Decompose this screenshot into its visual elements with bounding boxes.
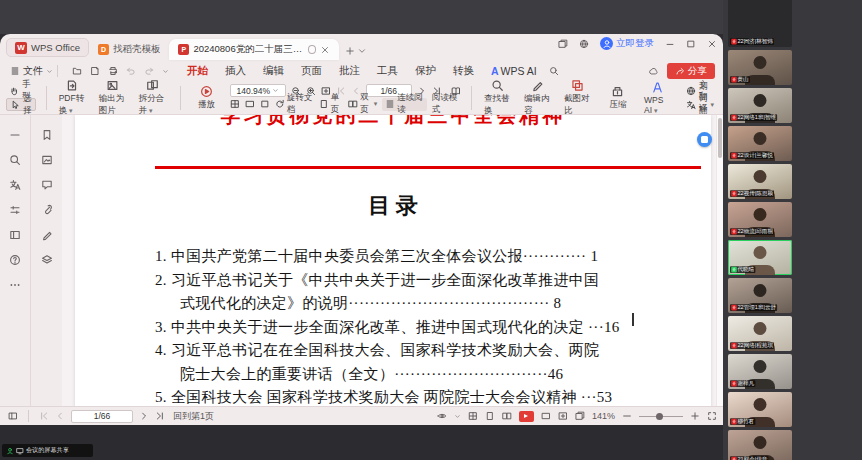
search-menu-icon[interactable]	[549, 66, 559, 76]
print-icon[interactable]	[108, 66, 118, 76]
close-window-icon[interactable]	[707, 39, 717, 49]
multi-view-icon[interactable]	[575, 411, 585, 421]
eye-protect-icon[interactable]	[437, 411, 447, 421]
attachment-icon[interactable]	[41, 204, 53, 216]
fullscreen-icon[interactable]	[707, 411, 717, 421]
open-file-icon[interactable]	[72, 66, 82, 76]
compress-button[interactable]: 压缩	[601, 83, 635, 112]
participant-tile[interactable]: 代晓晴	[728, 240, 792, 275]
read-mode-button[interactable]: 阅读模式	[432, 92, 461, 116]
select-tool-button[interactable]: 选择	[6, 98, 36, 111]
layers-icon[interactable]	[41, 254, 53, 266]
help-icon[interactable]	[9, 254, 21, 266]
network-icon[interactable]	[579, 39, 589, 49]
menu-item-1[interactable]: 插入	[225, 64, 246, 78]
menu-item-2[interactable]: 编辑	[263, 64, 284, 78]
presentation-play-button[interactable]	[519, 411, 534, 422]
zoom-slider-handle[interactable]	[656, 413, 663, 420]
export-image-button[interactable]: 输出为图片	[96, 83, 130, 112]
fit-page-icon[interactable]	[468, 411, 478, 421]
split-merge-button[interactable]: 拆分合并 ▾	[136, 83, 170, 112]
login-button[interactable]: 立即登录	[600, 37, 654, 50]
word-translate-button[interactable]: 划词翻译▾	[683, 98, 717, 111]
menu-item-0[interactable]: 开始	[187, 64, 208, 78]
participant-tile[interactable]: 22设计|兰馨悦	[728, 126, 792, 161]
tab-document[interactable]: P 20240806党的二十届三中全	[169, 39, 339, 60]
participant-tile[interactable]: 22管理1班|云舒	[728, 278, 792, 313]
wps-ai-button[interactable]: WPS AI ▾	[641, 83, 675, 112]
zoom-slider[interactable]	[639, 416, 683, 417]
participant-tile[interactable]: 黄山	[728, 50, 792, 85]
search-icon[interactable]	[9, 154, 21, 166]
menu-item-3[interactable]: 页面	[301, 64, 322, 78]
translate-icon[interactable]	[9, 179, 21, 191]
settings-icon[interactable]	[9, 204, 21, 216]
rotate-button[interactable]: 旋转文档	[275, 92, 314, 116]
more-icon[interactable]	[9, 279, 21, 291]
next-page-icon[interactable]	[139, 411, 149, 421]
menu-item-4[interactable]: 批注	[339, 64, 360, 78]
screenshot-compare-button[interactable]: 截图对比	[561, 83, 595, 112]
eye-chevron-icon[interactable]	[454, 413, 461, 420]
single-page-icon[interactable]	[485, 411, 495, 421]
quick-access-chevron-icon[interactable]	[162, 68, 169, 75]
thumbnail-icon[interactable]	[41, 154, 53, 166]
bookmark-icon[interactable]	[41, 129, 53, 141]
menu-item-6[interactable]: 保护	[415, 64, 436, 78]
double-page-button[interactable]: 双页▾	[348, 92, 377, 116]
prev-page-icon[interactable]	[55, 411, 65, 421]
screen-share-indicator[interactable]: 会议的屏幕共享	[2, 444, 93, 457]
play-button[interactable]: 播放	[190, 83, 224, 112]
participant-tile[interactable]: 谢梓凡	[728, 354, 792, 389]
single-page-button[interactable]: 单页	[319, 92, 343, 116]
back-to-first-link[interactable]: 回到第1页	[173, 410, 214, 423]
participant-tile[interactable]: 22物流|邱雨桐	[728, 202, 792, 237]
workspace-icon[interactable]	[558, 39, 568, 49]
share-button[interactable]: 分享	[667, 63, 715, 79]
participant-tile[interactable]: 22网络|程苑琪	[728, 316, 792, 351]
cloud-sync-icon[interactable]	[648, 66, 658, 76]
participant-tile[interactable]: 22同济|林智炜	[728, 12, 792, 47]
undo-icon[interactable]	[126, 66, 136, 76]
actual-size-icon[interactable]	[260, 99, 270, 109]
tab-list-chevron-icon[interactable]	[357, 46, 367, 56]
panel-icon[interactable]	[9, 229, 21, 241]
close-tab-icon[interactable]	[320, 45, 330, 55]
document-canvas[interactable]: 学习贯彻党的二十届三中全会精神 目 录 1. 中国共产党第二十届中央委员会第三次…	[62, 115, 723, 406]
fit-width-icon[interactable]	[245, 99, 255, 109]
first-page-icon[interactable]	[39, 411, 49, 421]
redo-icon[interactable]	[144, 66, 154, 76]
tab-docer-template[interactable]: D 找稻壳模板	[89, 39, 170, 60]
zoom-in-icon[interactable]	[690, 411, 700, 421]
double-page-icon[interactable]	[502, 411, 512, 421]
menu-item-8[interactable]: AWPS AI	[491, 65, 537, 77]
participant-tile[interactable]: 22网络1班|智维	[728, 88, 792, 123]
zoom-out-icon[interactable]	[622, 411, 632, 421]
save-icon[interactable]	[90, 66, 100, 76]
participant-tile[interactable]: 22视传|陈思颖	[728, 164, 792, 199]
file-menu[interactable]: 文件	[10, 64, 53, 78]
home-tab[interactable]: W WPS Office	[6, 38, 89, 57]
participant-tile[interactable]: 穆竹君	[728, 392, 792, 427]
scrollbar-thumb[interactable]	[718, 118, 722, 158]
toggle-sidebar-icon[interactable]	[8, 411, 18, 421]
document-page[interactable]: 学习贯彻党的二十届三中全会精神 目 录 1. 中国共产党第二十届中央委员会第三次…	[75, 115, 711, 406]
assistant-fab-button[interactable]	[697, 132, 712, 147]
fit-page-icon[interactable]	[230, 99, 240, 109]
collapse-icon[interactable]	[9, 129, 21, 141]
vertical-scrollbar[interactable]	[716, 115, 723, 406]
fit-window-icon[interactable]	[558, 411, 568, 421]
continuous-read-button[interactable]: 连续阅读	[382, 98, 427, 111]
participant-tile[interactable]: 21财会|佳音	[728, 430, 792, 460]
annotate-icon[interactable]	[41, 229, 53, 241]
last-page-icon[interactable]	[155, 411, 165, 421]
maximize-icon[interactable]	[686, 39, 696, 49]
comment-icon[interactable]	[41, 179, 53, 191]
new-tab-icon[interactable]	[345, 46, 355, 56]
fit-width-icon[interactable]	[541, 411, 551, 421]
edit-content-button[interactable]: 编辑内容	[521, 83, 555, 112]
page-indicator[interactable]: 1/66	[71, 410, 133, 423]
pdf-convert-button[interactable]: PDF转换 ▾	[56, 83, 90, 112]
minimize-icon[interactable]	[665, 39, 675, 49]
menu-item-7[interactable]: 转换	[453, 64, 474, 78]
